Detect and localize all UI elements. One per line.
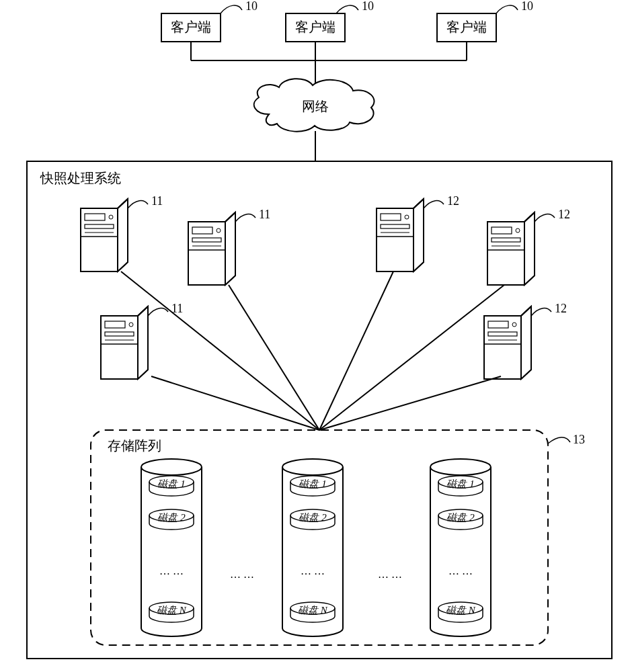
- disk-ellipsis: … …: [301, 565, 325, 577]
- client-box-3: 客户端 10: [437, 0, 533, 42]
- svg-line-20: [229, 285, 319, 430]
- disk-n-label: 磁盘 N: [298, 605, 328, 616]
- server-11-a: 11: [81, 194, 163, 271]
- disk-n-label: 磁盘 N: [157, 605, 187, 616]
- converging-lines: [121, 271, 504, 430]
- storage-ref: 13: [573, 433, 585, 446]
- between-stack-ellipsis: … …: [378, 569, 402, 580]
- svg-line-22: [319, 271, 393, 430]
- client-label: 客户端: [446, 19, 487, 34]
- system-title: 快照处理系统: [40, 171, 121, 185]
- disk-ellipsis: … …: [448, 565, 473, 577]
- network-cloud: 网络: [254, 79, 375, 132]
- server-ref: 12: [558, 208, 570, 221]
- architecture-diagram: 客户端 10 客户端 10 客户端 10 网络 快照处理系统: [0, 0, 630, 672]
- storage-title: 存储阵列: [108, 438, 161, 453]
- disk-2-label: 磁盘 2: [299, 512, 327, 523]
- server-11-b: 11: [188, 208, 270, 285]
- server-12-c: 12: [484, 302, 567, 379]
- server-12-a: 12: [377, 194, 459, 271]
- svg-line-23: [319, 285, 504, 430]
- disk-stack-2: 磁盘 1 磁盘 2 … … 磁盘 N: [282, 459, 343, 636]
- server-11-c: 11: [101, 302, 183, 379]
- server-ref: 11: [151, 194, 163, 208]
- client-label: 客户端: [171, 19, 211, 34]
- server-ref: 11: [259, 208, 270, 221]
- client-ref: 10: [521, 0, 533, 13]
- client-box-2: 客户端 10: [286, 0, 374, 42]
- svg-line-21: [151, 376, 319, 430]
- client-ref: 10: [362, 0, 374, 13]
- server-12-b: 12: [487, 208, 570, 285]
- disk-2-label: 磁盘 2: [157, 512, 186, 523]
- disk-n-label: 磁盘 N: [446, 605, 476, 616]
- disk-ellipsis: … …: [159, 565, 184, 577]
- disk-stack-3: 磁盘 1 磁盘 2 … … 磁盘 N: [430, 459, 491, 636]
- client-label: 客户端: [295, 19, 336, 34]
- disk-1-label: 磁盘 1: [157, 478, 185, 489]
- svg-line-19: [121, 271, 319, 430]
- client-ref: 10: [245, 0, 258, 13]
- server-ref: 12: [447, 194, 459, 208]
- client-box-1: 客户端 10: [161, 0, 258, 42]
- network-label: 网络: [302, 99, 329, 114]
- disk-1-label: 磁盘 1: [299, 478, 326, 489]
- between-stack-ellipsis: … …: [230, 569, 254, 580]
- svg-line-24: [319, 376, 501, 430]
- disk-2-label: 磁盘 2: [446, 512, 475, 523]
- disk-1-label: 磁盘 1: [446, 478, 474, 489]
- server-ref: 12: [555, 302, 567, 315]
